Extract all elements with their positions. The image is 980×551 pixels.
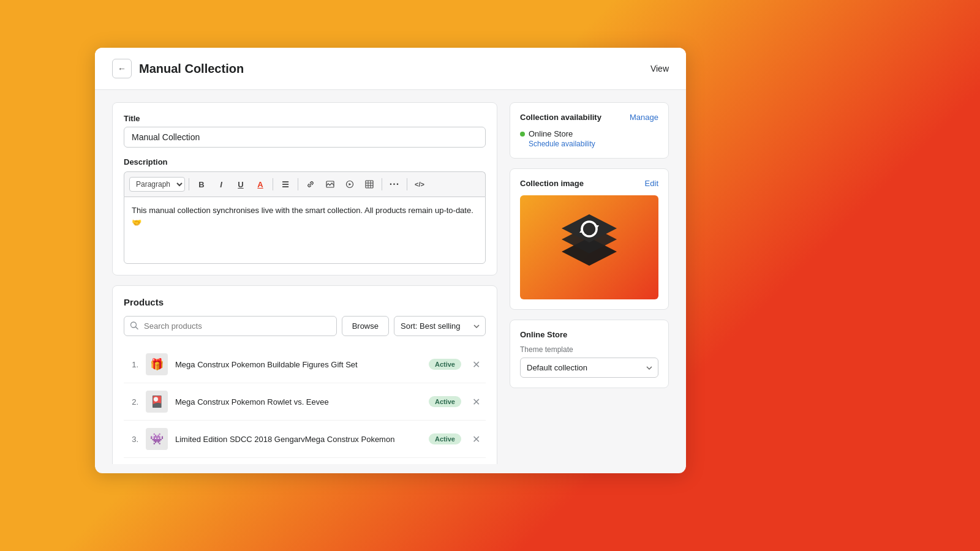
- align-button[interactable]: ☰: [277, 176, 294, 193]
- divider-5: [407, 178, 407, 190]
- store-name: Online Store: [529, 129, 573, 138]
- italic-button[interactable]: I: [213, 176, 230, 193]
- page-title: Manual Collection: [139, 62, 244, 76]
- editor-toolbar: Paragraph B I U A ☰: [124, 171, 486, 197]
- divider-3: [298, 178, 298, 190]
- status-badge: Active: [429, 433, 461, 444]
- availability-header: Collection availability Manage: [520, 113, 658, 122]
- green-dot-icon: [520, 132, 525, 137]
- title-input[interactable]: [124, 127, 486, 148]
- main-card: ← Manual Collection View Title Descripti…: [95, 48, 686, 473]
- image-button[interactable]: [322, 176, 339, 193]
- status-badge: Active: [429, 359, 461, 370]
- remove-button[interactable]: ✕: [469, 432, 483, 446]
- underline-button[interactable]: U: [232, 176, 249, 193]
- products-section: Products Browse Sort: Best selling: [112, 285, 497, 464]
- remove-button[interactable]: ✕: [469, 357, 483, 372]
- search-icon: [130, 321, 138, 331]
- svg-line-8: [136, 327, 138, 329]
- product-number: 2.: [126, 397, 138, 407]
- product-name: Mega Construx Pokemon Buildable Figures …: [175, 360, 421, 369]
- products-title: Products: [124, 297, 486, 307]
- manage-link[interactable]: Manage: [630, 113, 658, 122]
- back-button[interactable]: ←: [112, 59, 132, 78]
- table-row: 4. 🎮 Mega Construx Pokemon Buildable Fig…: [124, 458, 486, 464]
- table-row: 3. 👾 Limited Edition SDCC 2018 GengarvMe…: [124, 421, 486, 458]
- table-button[interactable]: [361, 176, 378, 193]
- card-header: ← Manual Collection View: [95, 48, 686, 90]
- product-image: 🎁: [146, 353, 168, 375]
- video-button[interactable]: [341, 176, 358, 193]
- header-left: ← Manual Collection: [112, 59, 244, 78]
- title-label: Title: [124, 114, 486, 123]
- image-title: Collection image: [520, 179, 584, 188]
- right-panel: Collection availability Manage Online St…: [510, 102, 669, 464]
- status-badge: Active: [429, 396, 461, 407]
- products-toolbar: Browse Sort: Best selling: [124, 316, 486, 336]
- table-row: 1. 🎁 Mega Construx Pokemon Buildable Fig…: [124, 346, 486, 383]
- card-body: Title Description Paragraph B I U A ☰: [95, 90, 686, 473]
- product-name: Limited Edition SDCC 2018 GengarvMega Co…: [175, 435, 421, 444]
- schedule-link[interactable]: Schedule availability: [529, 140, 658, 148]
- divider-4: [382, 178, 382, 190]
- availability-card: Collection availability Manage Online St…: [510, 102, 669, 159]
- table-row: 2. 🎴 Mega Construx Pokemon Rowlet vs. Ee…: [124, 383, 486, 421]
- svg-rect-2: [366, 181, 373, 188]
- search-input[interactable]: [124, 316, 337, 336]
- store-row: Online Store Schedule availability: [520, 129, 658, 148]
- title-description-card: Title Description Paragraph B I U A ☰: [112, 102, 497, 276]
- edit-link[interactable]: Edit: [645, 179, 658, 188]
- link-button[interactable]: [302, 176, 319, 193]
- layers-icon: [549, 208, 629, 287]
- description-label: Description: [124, 157, 486, 167]
- online-store-title: Online Store: [520, 330, 658, 339]
- more-button[interactable]: ···: [386, 176, 403, 193]
- browse-button[interactable]: Browse: [342, 316, 389, 336]
- image-header: Collection image Edit: [520, 179, 658, 188]
- product-image: 🎴: [146, 391, 168, 413]
- product-name: Mega Construx Pokemon Rowlet vs. Eevee: [175, 397, 421, 407]
- product-number: 1.: [126, 360, 138, 369]
- theme-select[interactable]: Default collection: [520, 358, 658, 378]
- view-link[interactable]: View: [650, 64, 669, 73]
- theme-template-label: Theme template: [520, 345, 658, 354]
- product-number: 3.: [126, 435, 138, 444]
- bold-button[interactable]: B: [193, 176, 210, 193]
- left-panel: Title Description Paragraph B I U A ☰: [112, 102, 497, 464]
- sort-select[interactable]: Sort: Best selling: [394, 316, 486, 336]
- availability-title: Collection availability: [520, 113, 601, 122]
- online-store-card: Online Store Theme template Default coll…: [510, 320, 669, 388]
- store-label: Online Store: [520, 129, 658, 138]
- product-image: 👾: [146, 428, 168, 450]
- divider-2: [273, 178, 273, 190]
- collection-image: [520, 195, 658, 299]
- divider-1: [189, 178, 189, 190]
- collection-image-card: Collection image Edit: [510, 168, 669, 310]
- code-button[interactable]: </>: [411, 176, 428, 193]
- product-list: 1. 🎁 Mega Construx Pokemon Buildable Fig…: [124, 346, 486, 464]
- color-button[interactable]: A: [252, 176, 269, 193]
- remove-button[interactable]: ✕: [469, 394, 483, 409]
- search-wrap: [124, 316, 337, 336]
- description-editor[interactable]: This manual collection synchronises live…: [124, 197, 486, 264]
- paragraph-select[interactable]: Paragraph: [129, 177, 185, 192]
